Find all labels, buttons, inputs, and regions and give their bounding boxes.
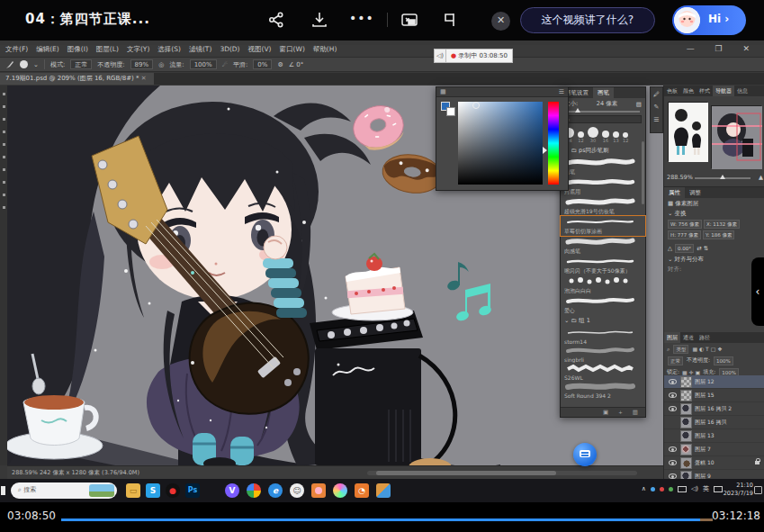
- speaker-icon[interactable]: ◁): [434, 49, 446, 63]
- transform-y-field[interactable]: Y: 186 像素: [703, 230, 734, 239]
- brush-item[interactable]: 泡泡白白白: [561, 275, 645, 295]
- menu-3d[interactable]: 3D(D): [220, 45, 239, 53]
- menu-image[interactable]: 图像(I): [67, 45, 88, 53]
- panel-dock-icons[interactable]: 🖉✎☰: [650, 86, 663, 133]
- progress-track[interactable]: [61, 518, 713, 521]
- brush-item[interactable]: singbrli: [561, 345, 645, 363]
- menu-layer[interactable]: 图层(L): [96, 45, 119, 53]
- brush-size-value[interactable]: 24 像素: [597, 100, 617, 108]
- airbrush-icon[interactable]: ☄: [222, 61, 228, 68]
- color-cursor[interactable]: [472, 102, 480, 109]
- tab-brushes[interactable]: 画笔: [593, 87, 614, 98]
- document-tab[interactable]: 7.19期01.psd @ 209% (图层 16, RGB/8#) * ✕: [0, 73, 154, 85]
- app-s-icon[interactable]: S: [146, 483, 160, 498]
- tab-properties[interactable]: 属性: [664, 187, 685, 198]
- chrome-icon[interactable]: [247, 483, 261, 498]
- ps-tools-strip[interactable]: [0, 86, 7, 465]
- app-ball-icon[interactable]: [333, 483, 347, 498]
- layer-filter-type[interactable]: 类型: [673, 345, 688, 354]
- menu-edit[interactable]: 编辑(E): [36, 45, 59, 53]
- taskbar-search[interactable]: ⌕ 搜索: [11, 482, 117, 499]
- navigator-zoom-slider[interactable]: [695, 177, 751, 179]
- start-button[interactable]: [1, 486, 5, 495]
- tab-color[interactable]: 颜色: [680, 86, 697, 96]
- tab-info[interactable]: 信息: [734, 86, 751, 96]
- more-icon[interactable]: •••: [349, 11, 369, 31]
- brush-item[interactable]: S26WL: [561, 363, 645, 381]
- brush-preset-caret[interactable]: ⌄: [33, 61, 39, 68]
- account-icon[interactable]: ☺: [290, 483, 304, 498]
- flow-value[interactable]: 100%: [190, 59, 217, 69]
- brush-group-2[interactable]: ⌄ 🗀 组 1: [561, 315, 645, 327]
- tab-navigator[interactable]: 导航器: [713, 86, 734, 96]
- notification-icon[interactable]: [754, 486, 762, 494]
- tab-adjustments[interactable]: 调整: [685, 187, 706, 198]
- menu-select[interactable]: 选择(S): [157, 45, 181, 53]
- brush-item[interactable]: 铅笔: [561, 157, 645, 176]
- fg-bg-swatches[interactable]: [441, 102, 455, 116]
- hue-slider[interactable]: [548, 102, 559, 185]
- canvas-hscrollbar[interactable]: [367, 471, 637, 475]
- opacity-value[interactable]: 89%: [130, 59, 154, 69]
- assistant-entry[interactable]: Hi ›: [672, 5, 746, 35]
- menu-file[interactable]: 文件(F): [5, 45, 28, 53]
- window-controls[interactable]: — ❐ ✕: [687, 44, 759, 53]
- layer-row[interactable]: 图层 16 拷贝: [664, 416, 764, 429]
- transform-h-field[interactable]: H: 777 像素: [668, 230, 701, 239]
- close-ask-icon[interactable]: ✕: [491, 12, 510, 31]
- ask-video-button[interactable]: 这个视频讲了什么?: [520, 7, 655, 33]
- layer-row[interactable]: 图层 16 拷贝 2: [664, 402, 764, 416]
- transform-section-header[interactable]: ⌄ 变换: [664, 208, 764, 218]
- layer-row[interactable]: 图层 7: [664, 443, 764, 456]
- lock-icons[interactable]: ▦ ✛ ▣: [682, 369, 700, 375]
- angle-icon[interactable]: ∠ 0°: [289, 61, 303, 68]
- brush-tool-icon[interactable]: [5, 60, 14, 69]
- qq-icon[interactable]: ●: [166, 483, 180, 498]
- brush-panel-scrollbar[interactable]: [642, 141, 644, 204]
- brush-size-slider[interactable]: [566, 111, 640, 113]
- brush-item[interactable]: 封底用: [561, 176, 645, 196]
- brush-item-selected[interactable]: 草莓切切厚涂画: [561, 216, 645, 236]
- menu-type[interactable]: 文字(Y): [127, 45, 149, 53]
- system-tray[interactable]: ∧ ◁) 英: [642, 484, 723, 493]
- angle-field[interactable]: 0.00°: [675, 244, 694, 253]
- reference-image-thumbnail[interactable]: [668, 102, 707, 161]
- align-section-header[interactable]: ⌄ 对齐与分布: [664, 254, 764, 264]
- photoshop-taskbar-icon[interactable]: Ps: [185, 483, 200, 498]
- layer-filter-icons[interactable]: ▦ ◐ T ▢ ❖: [692, 346, 722, 352]
- chat-bubble-button[interactable]: [573, 443, 597, 466]
- tab-layers[interactable]: 图层: [664, 332, 680, 343]
- brush-panel-footer[interactable]: ▣ ＋ ▥: [561, 407, 645, 417]
- hue-slider-arrow[interactable]: [543, 147, 547, 154]
- layer-row[interactable]: 蛋糕 10: [664, 456, 764, 470]
- layers-opacity-value[interactable]: 100%: [714, 356, 733, 365]
- brush-item[interactable]: 爱心: [561, 295, 645, 315]
- brush-item[interactable]: storm14: [561, 327, 645, 345]
- brush-item[interactable]: 肉感笔: [561, 236, 645, 256]
- smooth-value[interactable]: 0%: [253, 59, 272, 69]
- layer-filter-icon[interactable]: ⌕: [667, 346, 670, 353]
- sidebar-toggle[interactable]: ‹: [751, 257, 764, 326]
- menu-view[interactable]: 视图(V): [248, 45, 272, 53]
- blend-mode-select[interactable]: 正常: [668, 356, 683, 365]
- brush-group-1[interactable]: ⌄ 🗀 ps同步笔刷: [561, 145, 645, 157]
- navigator-zoom-value[interactable]: 288.59%: [667, 172, 693, 183]
- gear-icon[interactable]: ⚙: [277, 61, 283, 68]
- menu-help[interactable]: 帮助(H): [313, 45, 337, 53]
- brush-search-input[interactable]: ⌕: [564, 115, 642, 123]
- tab-paths[interactable]: 路径: [697, 332, 713, 343]
- tray-clock[interactable]: 21:10 2023/7/19: [724, 482, 753, 499]
- transform-w-field[interactable]: W: 756 像素: [668, 220, 702, 229]
- pip-icon[interactable]: [400, 11, 419, 31]
- transform-x-field[interactable]: X: 1132 像素: [704, 220, 740, 229]
- share-icon[interactable]: [266, 11, 286, 31]
- clock-app-icon[interactable]: ◔: [355, 483, 369, 498]
- brush-item[interactable]: 超级光滑19号仿妆笔: [561, 196, 645, 216]
- weather-widget[interactable]: [89, 484, 114, 497]
- download-icon[interactable]: [310, 11, 329, 31]
- flag-icon[interactable]: [440, 11, 460, 31]
- layer-row[interactable]: 图层 13: [664, 429, 764, 443]
- pressure-opacity-icon[interactable]: ◎: [158, 61, 164, 68]
- file-explorer-icon[interactable]: ▭: [126, 483, 140, 498]
- brush-preview-icon[interactable]: [20, 60, 28, 68]
